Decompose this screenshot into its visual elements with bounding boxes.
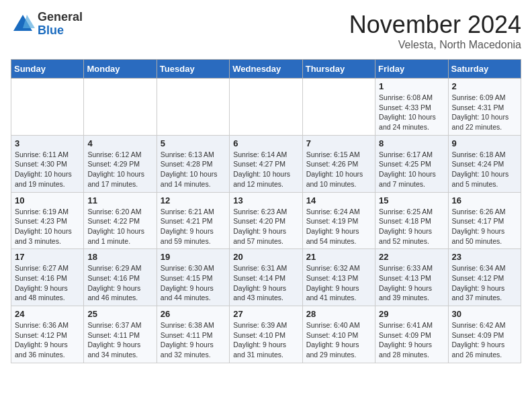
weekday-header-tuesday: Tuesday — [157, 60, 229, 79]
weekday-header-monday: Monday — [84, 60, 157, 79]
day-info: Sunrise: 6:29 AM Sunset: 4:16 PM Dayligh… — [87, 263, 152, 303]
calendar-cell — [84, 79, 157, 136]
logo-text: General Blue — [38, 11, 83, 38]
day-number: 5 — [161, 138, 226, 148]
day-info: Sunrise: 6:31 AM Sunset: 4:14 PM Dayligh… — [233, 263, 298, 303]
weekday-header-thursday: Thursday — [302, 60, 375, 79]
calendar-cell: 17Sunrise: 6:27 AM Sunset: 4:16 PM Dayli… — [11, 249, 84, 306]
day-info: Sunrise: 6:26 AM Sunset: 4:17 PM Dayligh… — [452, 207, 517, 246]
calendar-cell: 5Sunrise: 6:13 AM Sunset: 4:28 PM Daylig… — [157, 135, 229, 192]
day-number: 8 — [379, 138, 444, 148]
weekday-header-wednesday: Wednesday — [230, 60, 302, 79]
day-info: Sunrise: 6:24 AM Sunset: 4:19 PM Dayligh… — [306, 207, 371, 246]
calendar-cell: 3Sunrise: 6:11 AM Sunset: 4:30 PM Daylig… — [11, 135, 84, 192]
day-info: Sunrise: 6:34 AM Sunset: 4:12 PM Dayligh… — [452, 263, 517, 303]
month-title: November 2024 — [349, 11, 521, 39]
calendar-cell — [302, 79, 375, 136]
day-info: Sunrise: 6:37 AM Sunset: 4:11 PM Dayligh… — [87, 320, 152, 360]
day-number: 19 — [161, 252, 226, 262]
calendar-cell: 2Sunrise: 6:09 AM Sunset: 4:31 PM Daylig… — [448, 79, 521, 136]
day-number: 13 — [233, 195, 298, 205]
calendar-cell: 8Sunrise: 6:17 AM Sunset: 4:25 PM Daylig… — [375, 135, 448, 192]
weekday-header-sunday: Sunday — [11, 60, 84, 79]
day-number: 1 — [379, 81, 444, 91]
calendar-cell: 25Sunrise: 6:37 AM Sunset: 4:11 PM Dayli… — [84, 306, 157, 363]
day-number: 21 — [306, 252, 371, 262]
calendar-cell: 1Sunrise: 6:08 AM Sunset: 4:33 PM Daylig… — [375, 79, 448, 136]
calendar-cell: 13Sunrise: 6:23 AM Sunset: 4:20 PM Dayli… — [230, 192, 302, 249]
day-info: Sunrise: 6:17 AM Sunset: 4:25 PM Dayligh… — [379, 150, 444, 189]
calendar-table: SundayMondayTuesdayWednesdayThursdayFrid… — [11, 59, 521, 363]
day-number: 10 — [15, 195, 80, 205]
calendar-cell: 10Sunrise: 6:19 AM Sunset: 4:23 PM Dayli… — [11, 192, 84, 249]
day-number: 6 — [233, 138, 298, 148]
header: General Blue November 2024 Velesta, Nort… — [11, 11, 521, 51]
calendar-cell — [230, 79, 302, 136]
day-number: 22 — [379, 252, 444, 262]
day-number: 15 — [379, 195, 444, 205]
day-number: 7 — [306, 138, 371, 148]
calendar-cell: 22Sunrise: 6:33 AM Sunset: 4:13 PM Dayli… — [375, 249, 448, 306]
day-number: 30 — [452, 309, 517, 319]
day-info: Sunrise: 6:30 AM Sunset: 4:15 PM Dayligh… — [161, 263, 226, 303]
day-number: 23 — [452, 252, 517, 262]
calendar-cell: 29Sunrise: 6:41 AM Sunset: 4:09 PM Dayli… — [375, 306, 448, 363]
day-info: Sunrise: 6:14 AM Sunset: 4:27 PM Dayligh… — [233, 150, 298, 189]
day-info: Sunrise: 6:23 AM Sunset: 4:20 PM Dayligh… — [233, 207, 298, 246]
calendar-cell: 21Sunrise: 6:32 AM Sunset: 4:13 PM Dayli… — [302, 249, 375, 306]
calendar-cell: 14Sunrise: 6:24 AM Sunset: 4:19 PM Dayli… — [302, 192, 375, 249]
weekday-header-saturday: Saturday — [448, 60, 521, 79]
day-number: 17 — [15, 252, 80, 262]
day-info: Sunrise: 6:36 AM Sunset: 4:12 PM Dayligh… — [15, 320, 80, 360]
day-number: 26 — [161, 309, 226, 319]
day-number: 11 — [87, 195, 152, 205]
calendar-cell: 7Sunrise: 6:15 AM Sunset: 4:26 PM Daylig… — [302, 135, 375, 192]
title-area: November 2024 Velesta, North Macedonia — [349, 11, 521, 51]
day-number: 28 — [306, 309, 371, 319]
day-number: 14 — [306, 195, 371, 205]
day-info: Sunrise: 6:38 AM Sunset: 4:11 PM Dayligh… — [161, 320, 226, 360]
calendar-cell: 15Sunrise: 6:25 AM Sunset: 4:18 PM Dayli… — [375, 192, 448, 249]
day-info: Sunrise: 6:33 AM Sunset: 4:13 PM Dayligh… — [379, 263, 444, 303]
day-info: Sunrise: 6:13 AM Sunset: 4:28 PM Dayligh… — [161, 150, 226, 189]
day-info: Sunrise: 6:27 AM Sunset: 4:16 PM Dayligh… — [15, 263, 80, 303]
day-info: Sunrise: 6:09 AM Sunset: 4:31 PM Dayligh… — [452, 93, 517, 132]
weekday-header-row: SundayMondayTuesdayWednesdayThursdayFrid… — [11, 60, 521, 79]
day-info: Sunrise: 6:11 AM Sunset: 4:30 PM Dayligh… — [15, 150, 80, 189]
logo-blue: Blue — [38, 24, 83, 38]
logo: General Blue — [11, 11, 83, 38]
day-info: Sunrise: 6:32 AM Sunset: 4:13 PM Dayligh… — [306, 263, 371, 303]
day-info: Sunrise: 6:19 AM Sunset: 4:23 PM Dayligh… — [15, 207, 80, 246]
day-info: Sunrise: 6:08 AM Sunset: 4:33 PM Dayligh… — [379, 93, 444, 132]
day-number: 20 — [233, 252, 298, 262]
day-info: Sunrise: 6:18 AM Sunset: 4:24 PM Dayligh… — [452, 150, 517, 189]
calendar-cell: 9Sunrise: 6:18 AM Sunset: 4:24 PM Daylig… — [448, 135, 521, 192]
day-info: Sunrise: 6:12 AM Sunset: 4:29 PM Dayligh… — [87, 150, 152, 189]
day-number: 24 — [15, 309, 80, 319]
week-row-3: 10Sunrise: 6:19 AM Sunset: 4:23 PM Dayli… — [11, 192, 521, 249]
day-number: 18 — [87, 252, 152, 262]
day-info: Sunrise: 6:41 AM Sunset: 4:09 PM Dayligh… — [379, 320, 444, 360]
day-number: 3 — [15, 138, 80, 148]
day-number: 2 — [452, 81, 517, 91]
day-info: Sunrise: 6:25 AM Sunset: 4:18 PM Dayligh… — [379, 207, 444, 246]
calendar-cell: 30Sunrise: 6:42 AM Sunset: 4:09 PM Dayli… — [448, 306, 521, 363]
day-info: Sunrise: 6:20 AM Sunset: 4:22 PM Dayligh… — [87, 207, 152, 246]
day-number: 29 — [379, 309, 444, 319]
calendar-cell: 16Sunrise: 6:26 AM Sunset: 4:17 PM Dayli… — [448, 192, 521, 249]
day-number: 16 — [452, 195, 517, 205]
logo-icon — [11, 12, 35, 36]
calendar-cell: 12Sunrise: 6:21 AM Sunset: 4:21 PM Dayli… — [157, 192, 229, 249]
calendar-cell: 4Sunrise: 6:12 AM Sunset: 4:29 PM Daylig… — [84, 135, 157, 192]
day-info: Sunrise: 6:15 AM Sunset: 4:26 PM Dayligh… — [306, 150, 371, 189]
calendar-cell: 23Sunrise: 6:34 AM Sunset: 4:12 PM Dayli… — [448, 249, 521, 306]
day-info: Sunrise: 6:42 AM Sunset: 4:09 PM Dayligh… — [452, 320, 517, 360]
day-info: Sunrise: 6:40 AM Sunset: 4:10 PM Dayligh… — [306, 320, 371, 360]
calendar-cell: 24Sunrise: 6:36 AM Sunset: 4:12 PM Dayli… — [11, 306, 84, 363]
calendar-cell — [11, 79, 84, 136]
weekday-header-friday: Friday — [375, 60, 448, 79]
day-info: Sunrise: 6:21 AM Sunset: 4:21 PM Dayligh… — [161, 207, 226, 246]
calendar-cell — [157, 79, 229, 136]
day-number: 12 — [161, 195, 226, 205]
week-row-4: 17Sunrise: 6:27 AM Sunset: 4:16 PM Dayli… — [11, 249, 521, 306]
